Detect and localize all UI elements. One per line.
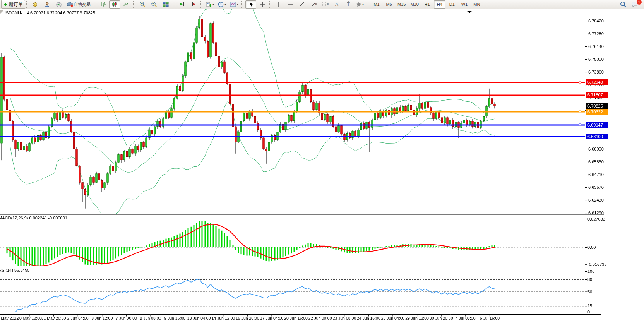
separator [200, 1, 203, 8]
time-axis-label: 13 Jun 04:00 [187, 316, 211, 320]
price-level-badge[interactable]: 6.70825 [586, 103, 608, 109]
macd-axis-tick: 0.00 [587, 245, 596, 250]
tile-windows-button[interactable] [160, 0, 171, 9]
auto-trading-button[interactable]: 自动交易 [65, 0, 92, 9]
price-axis-tick: 6.78420 [588, 19, 604, 23]
arrows-icon [356, 2, 361, 7]
clock-icon [218, 2, 224, 7]
add-indicator-button[interactable]: ▾ [204, 0, 216, 9]
timeframe-d1[interactable]: D1 [446, 0, 458, 9]
chart-shift-icon [191, 2, 197, 7]
market-watch-button[interactable] [42, 0, 53, 9]
chart-shift-button[interactable] [188, 0, 199, 9]
macd-indicator-label: MACD(12,26,9) 0.002241 -0.000001 [0, 216, 67, 220]
time-axis-label: 22 Jun 00:00 [308, 316, 332, 320]
price-level-badge[interactable]: 6.72948 [586, 79, 608, 85]
separator [367, 1, 369, 8]
text-tool-letter: A [335, 2, 339, 7]
time-axis-label: 29 Jun 12:00 [405, 316, 429, 320]
auto-scroll-button[interactable] [176, 0, 187, 9]
price-level-badge[interactable]: 6.68100 [586, 134, 608, 139]
terminal-window: { "toolbar": { "new_order": "新订单", "auto… [0, 0, 644, 322]
search-button[interactable] [618, 0, 629, 9]
crosshair-button[interactable] [257, 0, 268, 9]
new-order-button[interactable]: 新订单 [1, 0, 25, 9]
timeframe-h1[interactable]: H1 [421, 0, 433, 9]
separator [242, 1, 244, 8]
candlestick-chart-button[interactable] [109, 0, 120, 9]
cloud-icon [67, 2, 74, 7]
rsi-indicator-label: RSI(14) 56.3495 [0, 268, 30, 272]
price-level-badge[interactable]: 6.70322 [586, 109, 608, 115]
channel-icon [310, 2, 315, 7]
price-axis-tick: 6.65850 [588, 159, 604, 164]
fibonacci-tool[interactable]: F [320, 0, 331, 9]
dropdown-caret: ▾ [224, 3, 226, 6]
price-axis-tick: 6.77280 [588, 31, 604, 36]
price-level-badge[interactable]: 6.69147 [586, 122, 608, 128]
timeframe-m15[interactable]: M15 [396, 0, 408, 9]
chart-title: USDCNH-,H4 6.70971 6.71204 6.70777 6.708… [3, 10, 95, 15]
timeframe-h4[interactable]: H4 [434, 0, 445, 9]
timeframe-m30[interactable]: M30 [408, 0, 420, 9]
notifications-button[interactable]: 1 [629, 0, 640, 9]
separator [269, 1, 272, 8]
toolbar-right: 1 [617, 0, 641, 9]
time-axis-label: 31 May 20:00 [41, 316, 66, 320]
price-axis-tick: 6.73860 [588, 70, 604, 74]
time-axis-label: 15 Jun 20:00 [236, 316, 259, 320]
crosshair-icon [260, 2, 265, 7]
price-axis-tick: 6.64710 [588, 172, 604, 177]
rsi-axis-tick: 15 [587, 303, 592, 308]
signals-button[interactable] [53, 0, 64, 9]
templates-button[interactable]: ▾ [228, 0, 240, 9]
periods-button[interactable]: ▾ [216, 0, 228, 9]
trendline-tool[interactable] [296, 0, 307, 9]
line-chart-button[interactable] [121, 0, 132, 9]
macd-axis-tick: 0.027633 [587, 217, 605, 221]
bar-chart-icon [100, 2, 106, 7]
cursor-icon [248, 2, 253, 7]
separator [94, 1, 96, 8]
price-axis-tick: 6.75000 [588, 57, 604, 62]
charts-button[interactable] [30, 0, 41, 9]
price-axis-tick: 6.61290 [588, 211, 604, 215]
channel-tool[interactable]: E [308, 0, 319, 9]
arrows-tool[interactable]: ▾ [355, 0, 365, 9]
vertical-line-icon [276, 2, 281, 7]
chart-canvas[interactable] [0, 0, 644, 322]
time-axis-label: 17 Jun 04:00 [260, 316, 284, 320]
timeframe-m5[interactable]: M5 [383, 0, 395, 9]
time-axis-label: 30 May 12:00 [17, 316, 42, 320]
trendline-icon [299, 2, 305, 7]
timeframe-m1[interactable]: M1 [371, 0, 382, 9]
timeframe-mn[interactable]: MN [471, 0, 483, 9]
tile-windows-icon [163, 2, 169, 7]
zoom-in-button[interactable] [137, 0, 148, 9]
cursor-button[interactable] [245, 0, 256, 9]
time-axis-label: 8 Jun 08:00 [140, 316, 161, 320]
time-axis-label: 14 Jun 12:00 [211, 316, 235, 320]
vertical-line-tool[interactable] [273, 0, 284, 9]
label-tool-letter: T [346, 1, 351, 7]
time-axis-label: 2 Jun 04:00 [67, 316, 89, 320]
macd-axis-tick: -0.016736 [587, 262, 607, 267]
timeframe-group: M1M5M15M30H1H4D1W1MN [370, 0, 483, 9]
horizontal-line-tool[interactable] [285, 0, 296, 9]
price-axis-tick: 6.62430 [588, 198, 604, 202]
auto-trading-label: 自动交易 [74, 2, 91, 7]
time-axis-label: 9 Jun 16:00 [164, 316, 185, 320]
timeframe-w1[interactable]: W1 [459, 0, 470, 9]
time-axis-label: 24 Jun 16:00 [357, 316, 380, 320]
bar-chart-button[interactable] [98, 0, 108, 9]
text-tool[interactable]: A [331, 0, 342, 9]
auto-scroll-icon [179, 2, 185, 7]
price-level-badge[interactable]: 6.71807 [586, 92, 608, 98]
price-axis-tick: 6.63570 [588, 185, 604, 190]
toolbar: 新订单 自动交易 ▾ ▾ [0, 0, 644, 9]
zoom-out-button[interactable] [149, 0, 159, 9]
rsi-axis-tick: 0 [587, 310, 590, 314]
zoom-out-icon [151, 1, 157, 7]
dropdown-caret: ▾ [212, 3, 214, 6]
text-label-tool[interactable]: T [343, 0, 354, 9]
